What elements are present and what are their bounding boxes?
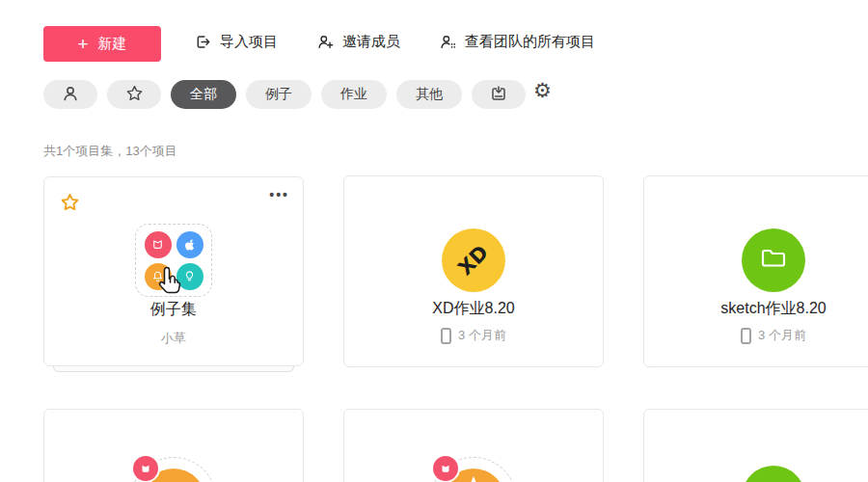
filter-archive[interactable] — [472, 80, 526, 109]
project-title: sketch作业8.20 — [644, 299, 868, 319]
filter-all-label: 全部 — [190, 86, 217, 103]
collection-title: 例子集 — [44, 300, 303, 320]
project-time: 3 个月前 — [758, 327, 806, 344]
phone-icon — [441, 328, 451, 344]
user-icon — [61, 84, 80, 106]
project-time-row: 3 个月前 — [344, 327, 603, 344]
filter-all[interactable]: 全部 — [171, 80, 236, 109]
archive-box-icon — [489, 84, 508, 106]
invite-member-label: 邀请成员 — [342, 33, 400, 51]
mockingbot-badge-icon — [433, 456, 458, 481]
apple-project-icon[interactable] — [176, 231, 203, 258]
filter-example[interactable]: 例子 — [246, 80, 312, 109]
project-card-sketch[interactable]: sketch作业8.20 3 个月前 — [643, 175, 868, 367]
project-card-green[interactable] — [643, 409, 868, 482]
gear-icon[interactable]: ⚙ — [533, 81, 552, 101]
folder-project-icon — [742, 466, 805, 482]
more-menu-icon[interactable]: ••• — [269, 187, 289, 202]
xd-logo: XD — [454, 241, 494, 281]
folder-project-icon — [742, 228, 805, 292]
cursor-hand-icon — [156, 266, 182, 299]
filter-other[interactable]: 其他 — [396, 80, 462, 109]
view-team-projects-button[interactable]: 查看团队的所有项目 — [439, 33, 595, 51]
filter-chips: 全部 例子 作业 其他 — [43, 80, 526, 109]
favorite-star-icon[interactable] — [60, 192, 80, 216]
filter-homework[interactable]: 作业 — [321, 80, 387, 109]
invite-member-icon — [316, 33, 335, 51]
import-label: 导入项目 — [220, 33, 278, 51]
import-icon — [194, 33, 212, 51]
project-card-xd[interactable]: XD XD作业8.20 3 个月前 — [343, 175, 604, 367]
phone-icon — [741, 328, 751, 344]
project-title: XD作业8.20 — [344, 299, 603, 319]
collection-stack-edge — [53, 366, 294, 372]
import-project-button[interactable]: 导入项目 — [194, 33, 278, 51]
project-card-draft[interactable] — [343, 409, 604, 482]
filter-my-projects[interactable] — [43, 80, 97, 109]
rocket-tip-icon — [468, 476, 479, 482]
filter-starred[interactable] — [107, 80, 161, 109]
projects-summary: 共1个项目集，13个项目 — [43, 143, 177, 160]
xd-project-icon: XD — [442, 228, 505, 292]
view-team-projects-label: 查看团队的所有项目 — [465, 33, 595, 51]
project-collection-card[interactable]: ••• — [43, 176, 304, 366]
project-time: 3 个月前 — [458, 327, 506, 344]
mockingbot-badge-icon — [133, 456, 158, 481]
project-card-draft-xd[interactable]: XD — [43, 409, 304, 482]
filter-example-label: 例子 — [265, 86, 292, 103]
plus-icon: + — [77, 35, 88, 53]
team-projects-icon — [439, 33, 457, 51]
projects-dashboard: + 新建 导入项目 邀请成员 — [0, 0, 868, 482]
new-project-label: 新建 — [98, 35, 127, 53]
project-time-row: 3 个月前 — [644, 327, 868, 344]
toolbar-actions: 导入项目 邀请成员 — [194, 33, 595, 51]
filter-other-label: 其他 — [416, 86, 443, 103]
star-outline-icon — [125, 84, 144, 105]
folder-icon — [758, 243, 789, 278]
mockingbot-project-icon[interactable] — [145, 231, 172, 258]
new-project-button[interactable]: + 新建 — [43, 26, 161, 62]
invite-member-button[interactable]: 邀请成员 — [316, 33, 400, 51]
collection-owner: 小草 — [44, 330, 303, 347]
filter-homework-label: 作业 — [340, 86, 367, 103]
